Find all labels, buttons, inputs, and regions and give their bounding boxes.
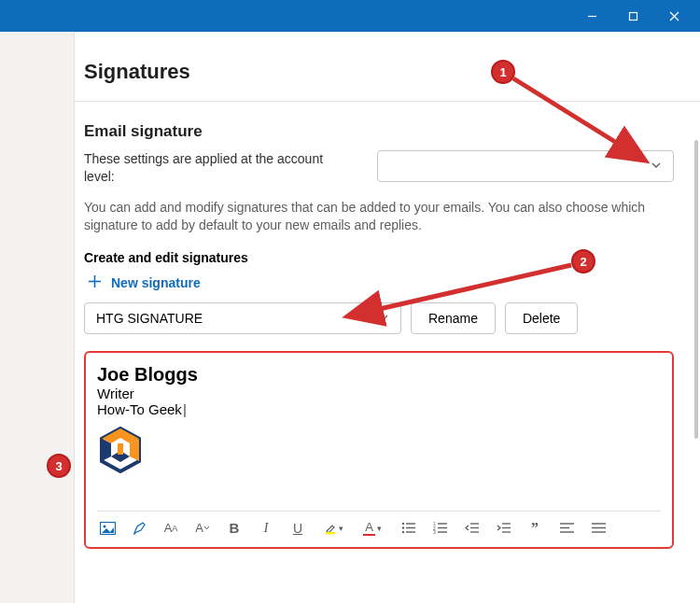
svg-marker-14: [134, 523, 145, 533]
svg-point-21: [401, 531, 403, 533]
svg-point-13: [103, 525, 105, 527]
format-painter-icon[interactable]: [129, 519, 149, 538]
editor-toolbar: AA A B I U ▾ A▾: [97, 511, 661, 545]
window-titlebar: [0, 0, 700, 32]
outdent-icon[interactable]: [461, 519, 482, 538]
account-dropdown[interactable]: [377, 150, 674, 182]
maximize-button[interactable]: [612, 0, 653, 32]
section-description: You can add and modify signatures that c…: [84, 199, 674, 235]
font-color-icon[interactable]: A▾: [358, 519, 386, 538]
svg-rect-11: [118, 443, 123, 455]
numbered-list-icon[interactable]: 123: [429, 519, 450, 538]
insert-image-icon[interactable]: [97, 519, 118, 538]
svg-marker-7: [102, 428, 139, 443]
bullet-list-icon[interactable]: [398, 519, 418, 538]
svg-point-17: [401, 523, 403, 525]
annotation-badge-1: 1: [491, 60, 515, 84]
signature-role: Writer: [97, 386, 661, 401]
signature-logo: [97, 427, 661, 477]
svg-text:3: 3: [433, 529, 436, 534]
font-size-increase-icon[interactable]: AA: [161, 519, 181, 538]
account-level-label: These settings are applied at the accoun…: [84, 150, 355, 186]
close-button[interactable]: [653, 0, 694, 32]
page-title: Signatures: [84, 60, 674, 84]
bold-icon[interactable]: B: [224, 519, 245, 538]
chevron-down-icon: [378, 311, 389, 326]
new-signature-button[interactable]: New signature: [88, 274, 674, 291]
new-signature-label: New signature: [111, 275, 201, 290]
underline-icon[interactable]: U: [287, 519, 308, 538]
signature-name: Joe Bloggs: [97, 364, 661, 386]
align-left-icon[interactable]: [556, 519, 577, 538]
italic-icon[interactable]: I: [256, 519, 276, 538]
plus-icon: [88, 274, 102, 291]
font-size-decrease-icon[interactable]: A: [192, 519, 213, 538]
quote-icon[interactable]: ”: [525, 519, 545, 538]
signature-dropdown-value: HTG SIGNATURE: [96, 311, 203, 326]
minimize-button[interactable]: [571, 0, 612, 32]
navigation-rail: [0, 32, 75, 603]
align-justify-icon[interactable]: [588, 519, 609, 538]
svg-rect-1: [629, 12, 637, 20]
indent-icon[interactable]: [493, 519, 513, 538]
signature-dropdown[interactable]: HTG SIGNATURE: [84, 302, 401, 334]
signature-editor[interactable]: Joe Bloggs Writer How-To Geek: [84, 351, 674, 549]
chevron-down-icon: [651, 158, 662, 175]
annotation-badge-3: 3: [47, 454, 71, 478]
svg-rect-16: [326, 532, 335, 535]
svg-point-19: [401, 527, 403, 529]
delete-button[interactable]: Delete: [505, 302, 578, 334]
highlight-icon[interactable]: ▾: [319, 519, 347, 538]
signature-org: How-To Geek: [97, 401, 661, 417]
section-heading-email-signature: Email signature: [84, 122, 674, 141]
rename-button[interactable]: Rename: [411, 302, 496, 334]
scrollbar[interactable]: [694, 140, 698, 439]
annotation-badge-2: 2: [571, 249, 595, 273]
